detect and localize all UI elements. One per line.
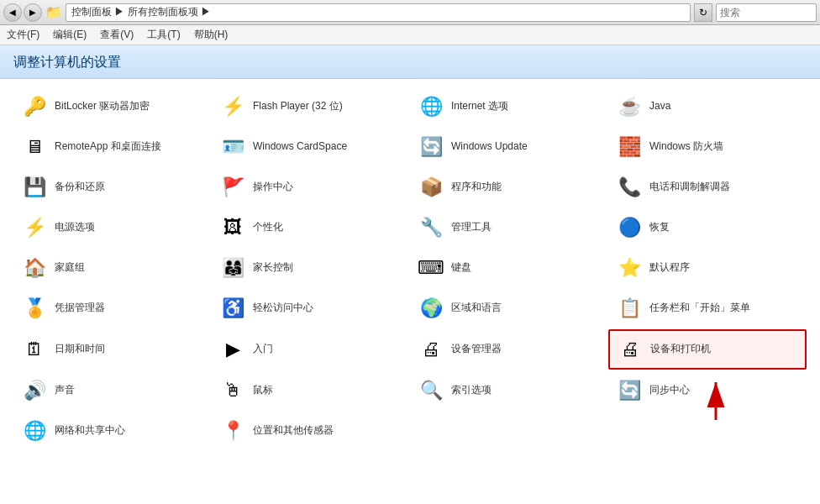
intro-label: 入门 [253,343,273,356]
index-label: 索引选项 [451,384,491,397]
power-label: 电源选项 [55,221,95,234]
cp-item-programs[interactable]: 📦程序和功能 [410,168,608,207]
bitlocker-icon: 🔑 [21,93,48,120]
forward-button[interactable]: ▶ [24,3,42,22]
ease-label: 轻松访问中心 [253,302,313,315]
sound-label: 声音 [55,384,75,397]
action-center-label: 操作中心 [253,181,293,194]
remoteapp-icon: 🖥 [21,134,48,160]
family-icon: 👨‍👩‍👧 [219,255,246,281]
flash-icon: ⚡ [219,93,246,120]
network-icon: 🌐 [21,417,48,444]
sync-icon: 🔄 [616,377,643,404]
network-label: 网络和共享中心 [55,424,125,438]
family-label: 家长控制 [253,261,293,275]
cp-item-date[interactable]: 🗓日期和时间 [13,329,212,370]
cp-item-index[interactable]: 🔍索引选项 [410,371,608,410]
menu-tools[interactable]: 工具(T) [147,28,180,42]
cp-item-device-mgr[interactable]: 🖨设备管理器 [410,329,608,370]
firewall-icon: 🧱 [616,134,643,160]
refresh-button[interactable]: ↻ [694,3,712,22]
cp-item-recovery[interactable]: 🔵恢复 [608,208,807,247]
location-icon: 📍 [219,417,246,444]
sound-icon: 🔊 [21,377,48,404]
personalize-label: 个性化 [253,221,283,234]
programs-icon: 📦 [418,174,444,201]
mouse-icon: 🖱 [219,377,246,404]
cp-item-credential[interactable]: 🏅凭据管理器 [13,289,212,328]
cp-item-cardspace[interactable]: 🪪Windows CardSpace [212,128,410,166]
menu-view[interactable]: 查看(V) [100,28,134,42]
remoteapp-label: RemoteApp 和桌面连接 [55,140,161,154]
ease-icon: ♿ [219,295,246,322]
taskbar-icon: 📋 [616,295,643,322]
date-label: 日期和时间 [55,343,105,356]
default-prog-icon: ⭐ [616,255,643,281]
cp-item-firewall[interactable]: 🧱Windows 防火墙 [608,128,807,166]
content-area: 🔑BitLocker 驱动器加密⚡Flash Player (32 位)🌐Int… [0,79,820,499]
cp-item-homegroup[interactable]: 🏠家庭组 [13,249,212,287]
search-input[interactable] [716,3,817,22]
back-button[interactable]: ◀ [3,3,22,22]
cp-item-backup[interactable]: 💾备份和还原 [13,168,212,207]
date-icon: 🗓 [21,336,48,363]
device-mgr-label: 设备管理器 [451,343,502,356]
sync-label: 同步中心 [649,384,690,397]
bitlocker-label: BitLocker 驱动器加密 [55,100,150,113]
region-label: 区域和语言 [451,302,502,315]
credential-icon: 🏅 [21,295,48,322]
cp-item-family[interactable]: 👨‍👩‍👧家长控制 [212,249,410,287]
cp-item-sync[interactable]: 🔄同步中心 [608,371,807,410]
menu-file[interactable]: 文件(F) [7,28,39,42]
cp-item-windows-update[interactable]: 🔄Windows Update [410,128,608,166]
phone-icon: 📞 [616,174,643,201]
homegroup-label: 家庭组 [55,261,85,275]
cp-item-region[interactable]: 🌍区域和语言 [410,289,608,328]
java-label: Java [649,100,670,113]
taskbar-label: 任务栏和「开始」菜单 [649,302,750,315]
homegroup-icon: 🏠 [21,255,48,281]
backup-icon: 💾 [21,174,48,201]
cp-item-phone[interactable]: 📞电话和调制解调器 [608,168,807,207]
manage-tools-label: 管理工具 [451,221,491,234]
cp-item-action-center[interactable]: 🚩操作中心 [212,168,410,207]
cp-item-power[interactable]: ⚡电源选项 [13,208,212,247]
cp-item-bitlocker[interactable]: 🔑BitLocker 驱动器加密 [13,87,212,126]
items-grid: 🔑BitLocker 驱动器加密⚡Flash Player (32 位)🌐Int… [13,87,807,450]
default-prog-label: 默认程序 [649,261,690,275]
page-title: 调整计算机的设置 [13,54,807,71]
cp-item-java[interactable]: ☕Java [608,87,807,126]
folder-icon: 📁 [45,4,62,20]
cp-item-default-prog[interactable]: ⭐默认程序 [608,249,807,287]
cp-item-location[interactable]: 📍位置和其他传感器 [212,412,410,450]
mouse-label: 鼠标 [253,384,273,397]
cp-item-personalize[interactable]: 🖼个性化 [212,208,410,247]
menu-edit[interactable]: 编辑(E) [53,28,87,42]
windows-update-label: Windows Update [451,140,528,154]
cp-item-keyboard[interactable]: ⌨键盘 [410,249,608,287]
menu-help[interactable]: 帮助(H) [194,28,229,42]
intro-icon: ▶ [219,336,246,363]
keyboard-label: 键盘 [451,261,471,275]
internet-icon: 🌐 [418,93,444,120]
cp-item-internet[interactable]: 🌐Internet 选项 [410,87,608,126]
internet-label: Internet 选项 [451,100,508,113]
cp-item-sound[interactable]: 🔊声音 [13,371,212,410]
keyboard-icon: ⌨ [418,255,444,281]
devices-icon: 🖨 [617,336,644,363]
cp-item-network[interactable]: 🌐网络和共享中心 [13,412,212,450]
cp-item-flash[interactable]: ⚡Flash Player (32 位) [212,87,410,126]
index-icon: 🔍 [418,377,444,404]
cp-item-remoteapp[interactable]: 🖥RemoteApp 和桌面连接 [13,128,212,166]
flash-label: Flash Player (32 位) [253,100,343,113]
location-label: 位置和其他传感器 [253,424,334,438]
cp-item-intro[interactable]: ▶入门 [212,329,410,370]
cp-item-manage-tools[interactable]: 🔧管理工具 [410,208,608,247]
cp-item-taskbar[interactable]: 📋任务栏和「开始」菜单 [608,289,807,328]
cp-item-devices[interactable]: 🖨设备和打印机 [608,329,807,370]
page-header: 调整计算机的设置 [0,45,820,79]
cp-item-ease[interactable]: ♿轻松访问中心 [212,289,410,328]
cp-item-mouse[interactable]: 🖱鼠标 [212,371,410,410]
firewall-label: Windows 防火墙 [649,140,723,154]
windows-update-icon: 🔄 [418,134,444,160]
